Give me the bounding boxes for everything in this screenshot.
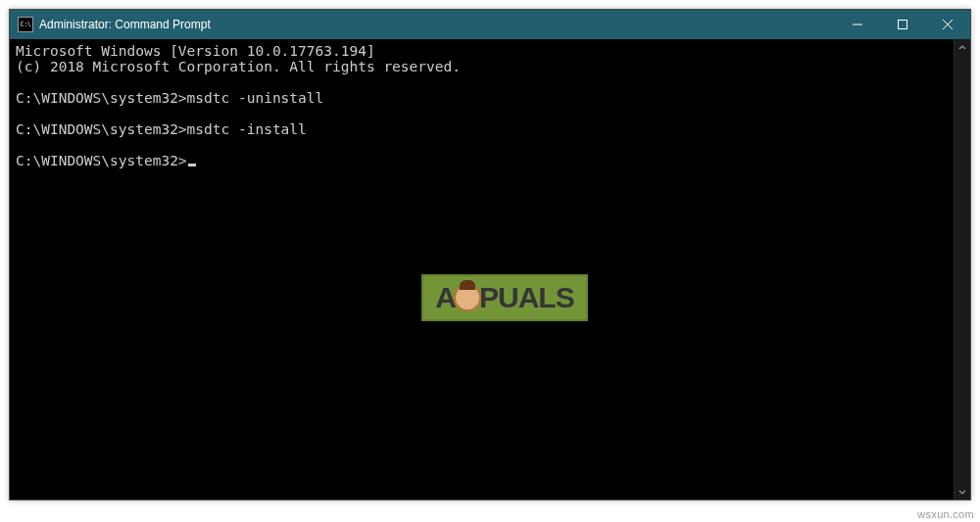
text-cursor bbox=[188, 164, 196, 166]
terminal-line: C:\WINDOWS\system32>msdtc -uninstall bbox=[16, 90, 948, 106]
minimize-icon bbox=[853, 20, 862, 29]
chevron-down-icon bbox=[958, 488, 966, 496]
command-prompt-window: C:\ Administrator: Command Prompt Micros… bbox=[9, 9, 971, 500]
svg-rect-0 bbox=[899, 21, 907, 29]
vertical-scrollbar[interactable] bbox=[954, 39, 970, 499]
client-area: Microsoft Windows [Version 10.0.17763.19… bbox=[10, 39, 970, 499]
window-title: Administrator: Command Prompt bbox=[39, 18, 211, 31]
image-credit: wsxun.com bbox=[917, 508, 974, 520]
terminal-line: (c) 2018 Microsoft Corporation. All righ… bbox=[16, 59, 948, 74]
app-icon: C:\ bbox=[18, 17, 33, 32]
terminal-line bbox=[16, 106, 948, 121]
maximize-button[interactable] bbox=[880, 10, 925, 39]
chevron-up-icon bbox=[958, 44, 966, 52]
terminal-line bbox=[16, 74, 948, 90]
terminal-line: Microsoft Windows [Version 10.0.17763.19… bbox=[16, 43, 948, 59]
terminal-line: C:\WINDOWS\system32> bbox=[16, 153, 948, 168]
scroll-down-button[interactable] bbox=[955, 483, 970, 499]
close-icon bbox=[943, 20, 953, 29]
scroll-up-button[interactable] bbox=[955, 39, 970, 56]
terminal-line: C:\WINDOWS\system32>msdtc -install bbox=[16, 121, 948, 137]
terminal-output[interactable]: Microsoft Windows [Version 10.0.17763.19… bbox=[10, 39, 954, 499]
close-button[interactable] bbox=[925, 10, 970, 39]
minimize-button[interactable] bbox=[835, 10, 880, 39]
titlebar[interactable]: C:\ Administrator: Command Prompt bbox=[10, 10, 970, 39]
terminal-line bbox=[16, 137, 948, 153]
maximize-icon bbox=[898, 20, 907, 29]
